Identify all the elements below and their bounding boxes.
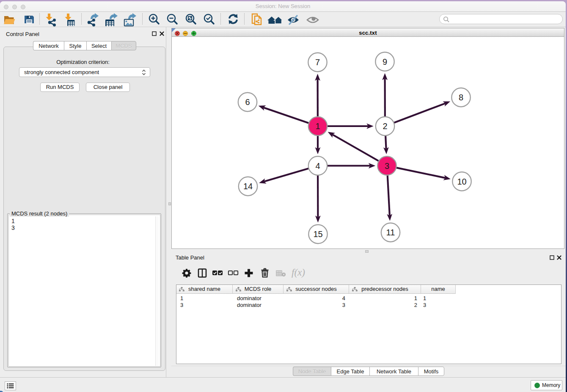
svg-text:2: 2 <box>383 121 387 131</box>
svg-text:3: 3 <box>385 161 389 171</box>
svg-text:8: 8 <box>459 93 463 102</box>
svg-text:11: 11 <box>386 228 395 237</box>
svg-text:6: 6 <box>245 97 250 107</box>
svg-text:10: 10 <box>457 177 466 186</box>
svg-text:9: 9 <box>383 57 387 66</box>
svg-text:14: 14 <box>243 182 253 191</box>
svg-text:15: 15 <box>313 229 322 239</box>
svg-text:7: 7 <box>315 58 320 67</box>
svg-text:4: 4 <box>315 161 320 171</box>
svg-text:1: 1 <box>315 121 320 131</box>
